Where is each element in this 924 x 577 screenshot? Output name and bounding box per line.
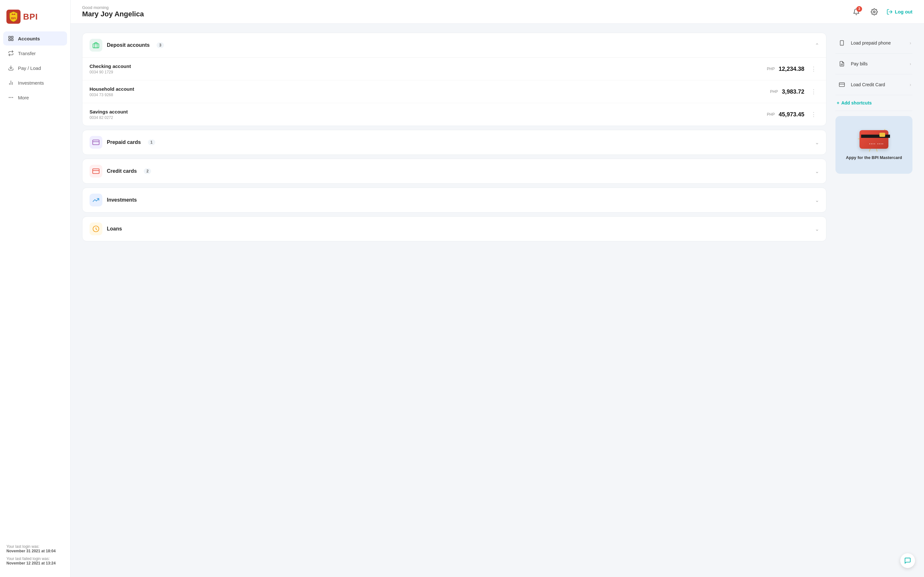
logout-icon: [887, 9, 893, 15]
sidebar-item-pay-load[interactable]: Pay / Load: [3, 61, 67, 75]
pay-bills-label: Pay bills: [851, 61, 867, 66]
loans-header[interactable]: Loans ⌄: [82, 217, 826, 241]
balance-value: 45,973.45: [779, 111, 804, 118]
account-number: 0034 73 9268: [89, 93, 134, 97]
currency-label: PHP: [767, 112, 775, 117]
prepaid-cards-header[interactable]: Prepaid cards 1 ⌄: [82, 130, 826, 155]
investments-section-header[interactable]: Investments ⌄: [82, 188, 826, 212]
deposit-accounts-header[interactable]: Deposit accounts 3 ⌃: [82, 33, 826, 57]
settings-button[interactable]: [869, 6, 880, 18]
header-actions: 3 Log out: [851, 6, 913, 18]
credit-title: Credit cards: [107, 168, 137, 174]
account-more-button[interactable]: ⋮: [808, 64, 819, 74]
account-name: Checking account: [89, 63, 131, 69]
load-credit-chevron-icon: ›: [909, 82, 911, 87]
prepaid-count: 1: [148, 139, 155, 145]
account-more-button[interactable]: ⋮: [808, 87, 819, 97]
shortcut-left: Load Credit Card: [837, 79, 885, 90]
deposit-title: Deposit accounts: [107, 42, 150, 48]
account-number: 0034 82 0272: [89, 115, 128, 120]
investments-label: Investments: [18, 80, 44, 85]
credit-svg-icon: [92, 168, 99, 175]
prepaid-svg-icon: [92, 139, 99, 146]
accounts-label: Accounts: [18, 36, 40, 41]
prepaid-cards-section: Prepaid cards 1 ⌄: [82, 130, 827, 155]
deposit-accounts-section: Deposit accounts 3 ⌃ Checking account 00…: [82, 33, 827, 126]
svg-point-13: [873, 11, 875, 13]
last-login-label: Your last login was:: [6, 544, 39, 549]
account-number: 0034 90 1729: [89, 70, 131, 74]
last-failed-label: Your last failed login was:: [6, 556, 50, 561]
logout-button[interactable]: Log out: [887, 9, 913, 15]
accounts-icon: [8, 35, 14, 42]
last-failed-date: November 12 2021 at 13:24: [6, 561, 64, 566]
logout-label: Log out: [895, 9, 913, 15]
shortcut-load-prepaid[interactable]: Load prepaid phone ›: [835, 33, 913, 53]
svg-rect-3: [11, 36, 13, 38]
sidebar-item-transfer[interactable]: Transfer: [3, 46, 67, 60]
bills-icon: [837, 59, 847, 69]
card-stripe: [861, 135, 890, 138]
prepaid-title: Prepaid cards: [107, 139, 141, 145]
pay-load-label: Pay / Load: [18, 65, 41, 71]
chat-button[interactable]: [900, 553, 915, 568]
svg-rect-15: [93, 44, 99, 48]
credit-cards-section: Credit cards 2 ⌄: [82, 159, 827, 184]
prepaid-chevron-icon: ⌄: [815, 139, 819, 145]
credit-chevron-icon: ⌄: [815, 168, 819, 174]
sidebar-item-more[interactable]: More: [3, 90, 67, 105]
sidebar-item-investments[interactable]: Investments: [3, 76, 67, 90]
loans-chevron-icon: ⌄: [815, 226, 819, 232]
svg-rect-4: [9, 39, 10, 41]
more-icon: [8, 94, 14, 101]
table-row: Savings account 0034 82 0272 PHP 45,973.…: [82, 103, 826, 126]
card-body: •••• ••••: [859, 130, 888, 149]
load-prepaid-chevron-icon: ›: [909, 40, 911, 45]
loans-header-left: Loans: [89, 222, 122, 235]
card-chip: [879, 133, 885, 137]
account-info: Checking account 0034 90 1729: [89, 63, 131, 74]
investments-svg-icon: [92, 197, 99, 203]
last-login-date: November 31 2021 at 18:04: [6, 549, 64, 553]
shortcut-pay-bills[interactable]: Pay bills ›: [835, 53, 913, 74]
sidebar-item-accounts[interactable]: Accounts: [3, 31, 67, 45]
svg-rect-25: [839, 83, 845, 87]
bpi-logo-icon: BPI: [6, 10, 21, 24]
shortcut-load-credit[interactable]: Load Credit Card ›: [835, 74, 913, 95]
main-area: Good morning Mary Joy Angelica 3 Log out: [71, 0, 924, 577]
credit-card-icon: [837, 79, 847, 90]
svg-rect-18: [93, 169, 99, 174]
mastercard-visual: •••• ••••: [858, 130, 890, 151]
table-row: Checking account 0034 90 1729 PHP 12,234…: [82, 58, 826, 81]
table-row: Household account 0034 73 9268 PHP 3,983…: [82, 81, 826, 103]
investments-title: Investments: [107, 197, 137, 203]
investments-icon: [8, 79, 14, 86]
promo-text: Appy for the BPI Mastercard: [846, 155, 902, 160]
account-more-button[interactable]: ⋮: [808, 110, 819, 119]
deposit-account-items: Checking account 0034 90 1729 PHP 12,234…: [82, 57, 826, 126]
account-balance: PHP 45,973.45 ⋮: [767, 110, 819, 119]
svg-rect-2: [9, 36, 10, 38]
shortcut-left: Load prepaid phone: [837, 38, 891, 48]
pay-bills-chevron-icon: ›: [909, 61, 911, 66]
currency-label: PHP: [770, 89, 778, 94]
deposit-count: 3: [157, 42, 164, 48]
notifications-button[interactable]: 3: [851, 6, 862, 18]
deposit-icon: [89, 39, 102, 52]
deposit-header-left: Deposit accounts 3: [89, 39, 164, 52]
deposit-svg-icon: [92, 42, 99, 49]
mastercard-promo-card[interactable]: •••• •••• Appy for the BPI Mastercard: [835, 116, 913, 174]
add-shortcuts-button[interactable]: + Add shortcuts: [835, 95, 913, 111]
accounts-panel: Deposit accounts 3 ⌃ Checking account 00…: [82, 33, 827, 568]
transfer-label: Transfer: [18, 51, 36, 56]
investments-section-icon: [89, 193, 102, 206]
investments-section: Investments ⌄: [82, 187, 827, 213]
credit-cards-header[interactable]: Credit cards 2 ⌄: [82, 159, 826, 183]
transfer-icon: [8, 50, 14, 56]
chat-icon: [904, 557, 911, 564]
top-header: Good morning Mary Joy Angelica 3 Log out: [71, 0, 924, 24]
gear-icon: [871, 8, 878, 15]
shortcut-left: Pay bills: [837, 59, 867, 69]
credit-count: 2: [144, 168, 151, 174]
load-credit-label: Load Credit Card: [851, 82, 885, 87]
